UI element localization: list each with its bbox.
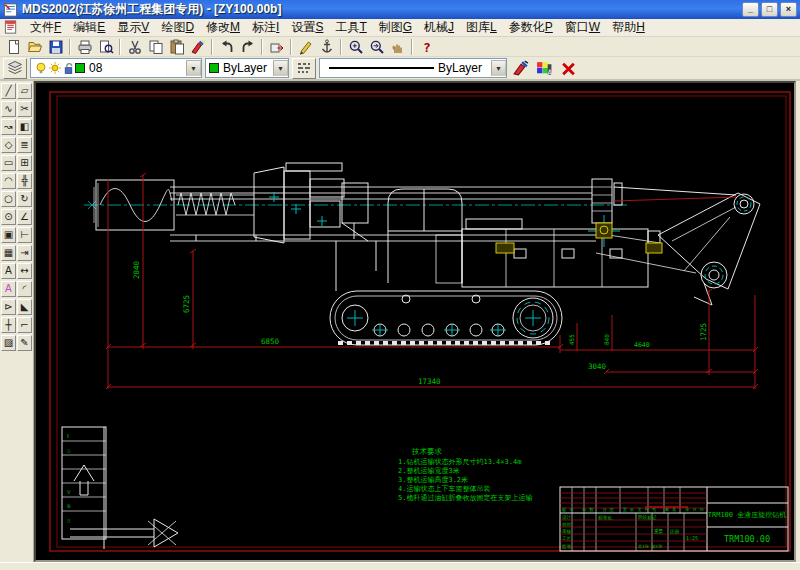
toolbar-separator [261,39,263,55]
mirror-tool-button[interactable]: ◧ [17,119,32,135]
weight-label: 重量 [654,528,664,534]
product-name: TRM100 全液压旋挖钻机 [708,511,787,519]
layer-combo-arrow[interactable]: ▼ [186,60,201,76]
offset-tool-button[interactable]: ≣ [17,137,32,153]
new-button[interactable] [3,37,24,56]
toolbar-separator [340,39,342,55]
copy-button[interactable] [145,37,166,56]
menu-p[interactable]: 参数化P [503,18,559,36]
ellipse-tool-button[interactable]: ⊙ [1,209,16,225]
delete-button[interactable] [558,59,579,78]
leader-tool-button[interactable]: ⊳ [1,299,16,315]
line-tool-button[interactable]: ╱ [1,83,16,99]
menu-f[interactable]: 文件F [24,18,67,36]
text-tool-button[interactable]: A [1,263,16,279]
menu-j[interactable]: 机械J [418,18,460,36]
toolbar-separator [290,39,292,55]
linetype-combo-arrow[interactable]: ▼ [491,60,506,76]
text-style-tool-button[interactable]: A [1,281,16,297]
save-button[interactable] [45,37,66,56]
app-icon [3,3,18,17]
linetype-combo[interactable]: ByLayer ▼ [319,58,507,78]
note-line: 3.整机运输高度3.2米 [398,476,468,484]
menu-g[interactable]: 制图G [373,18,418,36]
undo-button[interactable] [216,37,237,56]
rectangle-tool-button[interactable]: ▭ [1,155,16,171]
spline-tool-button[interactable]: ∿ [1,101,16,117]
rotate-tool-button[interactable]: ↻ [17,191,32,207]
fillet-tool-button[interactable]: ◜ [17,281,32,297]
zoom-window-button[interactable] [366,37,387,56]
dim-rear-length: 3040 [588,362,607,371]
color-value: ByLayer [223,61,267,75]
hatch-tool-button[interactable]: ▦ [1,245,16,261]
insert-block-button[interactable] [266,37,287,56]
redo-button[interactable] [237,37,258,56]
main-toolbar: ? [0,37,800,57]
color-combo[interactable]: ByLayer ▼ [205,58,289,78]
menu-t[interactable]: 工具T [329,18,372,36]
menu-v[interactable]: 显示V [111,18,155,36]
sheet-count: 共1张 第1张 [638,544,663,549]
help-button[interactable]: ? [416,37,437,56]
erase-tool-button[interactable]: ▱ [17,83,32,99]
chamfer-tool-button[interactable]: ◣ [17,299,32,315]
menu-e[interactable]: 编辑E [67,18,111,36]
cyan-details [269,192,751,336]
menu-w[interactable]: 窗口W [559,18,606,36]
format-brush-button[interactable] [187,37,208,56]
trim-tool-button[interactable]: ⊢ [17,227,32,243]
arc-tool-button[interactable]: ◠ [1,173,16,189]
menu-l[interactable]: 图库L [460,18,503,36]
legend-row: ∷ [67,517,71,524]
edit-pen-button[interactable] [295,37,316,56]
print-button[interactable] [74,37,95,56]
break-tool-button[interactable]: ✂ [17,101,32,117]
centerline-tool-button[interactable]: ┼ [1,317,16,333]
minimize-button[interactable]: _ [742,2,759,17]
linetype-sample [329,67,434,69]
menu-h[interactable]: 帮助H [606,18,651,36]
menu-bar: 文件F编辑E显示V绘图D修改M标注I设置S工具T制图G机械J图库L参数化P窗口W… [0,19,800,37]
drawing-canvas[interactable]: 6850 4640 3040 17340 2840 6725 1725 840 … [34,81,796,562]
restore-button[interactable]: □ [761,2,778,17]
extend-tool-button[interactable]: ⇥ [17,245,32,261]
anchor-button[interactable] [316,37,337,56]
open-button[interactable] [24,37,45,56]
layer-manager-button[interactable] [3,58,27,79]
menu-s[interactable]: 设置S [285,18,329,36]
menu-m[interactable]: 修改M [200,18,246,36]
document-icon[interactable] [3,20,19,35]
scale-tool-button[interactable]: ∠ [17,209,32,225]
corner-trim-tool-button[interactable]: ⌐ [17,317,32,333]
print-preview-button[interactable] [95,37,116,56]
polygon-tool-button[interactable]: ◇ [1,137,16,153]
cut-button[interactable] [124,37,145,56]
window-title: MDS2002(江苏徐州工程集团专用) - [ZY100.00b] [22,1,742,18]
menu-d[interactable]: 绘图D [155,18,200,36]
move-tool-button[interactable]: ╬ [17,173,32,189]
linetype-manager-button[interactable] [292,58,316,79]
sketch-tool-button[interactable]: ✎ [17,335,32,351]
color-combo-arrow[interactable]: ▼ [273,60,288,76]
circle-tool-button[interactable]: ○ [1,191,16,207]
dim-mast-height: 6725 [182,295,191,313]
svg-text:?: ? [423,40,431,55]
menu-i[interactable]: 标注I [246,18,285,36]
paste-button[interactable] [166,37,187,56]
layer-name: 08 [89,61,102,75]
pan-button[interactable] [387,37,408,56]
layer-combo[interactable]: 08 ▼ [30,58,202,78]
zoom-in-button[interactable] [345,37,366,56]
section-hatch-tool-button[interactable]: ▨ [1,335,16,351]
stretch-tool-button[interactable]: ↔ [17,263,32,279]
toolbar-separator [211,39,213,55]
close-button[interactable]: × [780,2,797,17]
toolbar-separator [411,39,413,55]
array-tool-button[interactable]: ⊞ [17,155,32,171]
dim-frame-height: 1725 [699,323,708,341]
match-properties-button[interactable] [510,59,531,78]
block-insert-tool-button[interactable]: ▣ [1,227,16,243]
style-editor-button[interactable]: A [534,59,555,78]
polyline-tool-button[interactable]: ↝ [1,119,16,135]
